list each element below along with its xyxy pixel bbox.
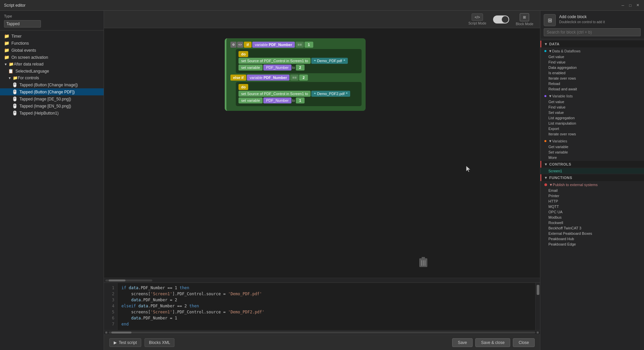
rt-set-value[interactable]: Set value: [540, 110, 644, 115]
demo-pdf1-string[interactable]: ❝ Demo_PDF.pdf ❞: [311, 58, 348, 64]
rt-iterate-rows-1[interactable]: Iterate over rows: [540, 76, 644, 81]
code-hscrollbar[interactable]: [104, 330, 540, 335]
sidebar-group-for-controls[interactable]: ▼ 📁 For controls: [0, 75, 104, 81]
rt-http[interactable]: HTTP: [540, 199, 644, 204]
if-keyword[interactable]: if: [244, 42, 252, 48]
data-dataflows-header[interactable]: ▼ Data & Dataflows: [540, 48, 644, 54]
rt-printer[interactable]: Printer: [540, 193, 644, 199]
rt-find-value-2[interactable]: Find value: [540, 104, 644, 110]
sidebar-item-tapped-btn-change-pdf[interactable]: 🖱️ Tapped (Button [Change PDF]): [0, 88, 104, 95]
close-dialog-button[interactable]: Close: [513, 338, 535, 347]
sidebar-item-functions[interactable]: 📁 Functions: [0, 40, 104, 47]
line-numbers: 1 2 3 4 5 6 7: [104, 283, 117, 330]
publish-external-header[interactable]: ▼ Publish to external systems: [540, 182, 644, 188]
test-script-button[interactable]: ▶ Test script: [109, 338, 141, 347]
data-section-header[interactable]: ▼ DATA: [540, 41, 644, 47]
sidebar-item-tapped-img-de-50[interactable]: 🖱️ Tapped (Image [DE_50.png]): [0, 95, 104, 102]
sidebar-group-after-data-reload[interactable]: ▼ 📁 After data reload: [0, 61, 104, 68]
rt-get-value-2[interactable]: Get value: [540, 99, 644, 104]
sidebar-item-tapped-helpbutton1[interactable]: 🖱️ Tapped (HelpButton1): [0, 110, 104, 117]
save-close-button[interactable]: Save & close: [475, 338, 510, 347]
num2-block[interactable]: 2: [296, 64, 305, 71]
trash-container: [417, 256, 429, 272]
rt-set-variable[interactable]: Set variable: [540, 149, 644, 155]
code-lines-container: 1 2 3 4 5 6 7 if data.PDF_Number == 1 th…: [104, 283, 540, 330]
variable-block2[interactable]: variable PDF_Number: [247, 75, 289, 81]
rt-email[interactable]: Email: [540, 188, 644, 193]
rt-get-variable[interactable]: Get variable: [540, 144, 644, 149]
rt-find-value-1[interactable]: Find value: [540, 59, 644, 65]
do-label-row2: do: [238, 84, 359, 90]
sidebar-item-tapped-btn-change-image[interactable]: 🖱️ Tapped (Button [Change Image]): [0, 81, 104, 88]
variable-block[interactable]: variable PDF_Number: [252, 42, 295, 48]
num1-block[interactable]: 1: [305, 42, 313, 48]
variables-header[interactable]: ▼ Variables: [540, 138, 644, 144]
canvas-hscrollbar[interactable]: [104, 278, 540, 282]
num2-block2[interactable]: 2: [299, 75, 308, 81]
sidebar-item-tapped-img-en-50[interactable]: 🖱️ Tapped (Image [EN_50.png]): [0, 102, 104, 110]
code-scroll-right-btn[interactable]: [537, 332, 539, 334]
minimize-button[interactable]: ─: [621, 3, 625, 8]
restore-button[interactable]: □: [628, 3, 633, 8]
rt-external-pb[interactable]: External Peakboard Boxes: [540, 231, 644, 236]
type-label: Type: [4, 14, 100, 18]
mode-toggle[interactable]: [493, 15, 509, 24]
close-window-button[interactable]: ✕: [635, 3, 640, 8]
rt-beckhoff[interactable]: Beckhoff TwinCAT 3: [540, 225, 644, 231]
rt-modbus[interactable]: Modbus: [540, 215, 644, 220]
rt-reload[interactable]: Reload: [540, 81, 644, 86]
set-source-block[interactable]: set Source of PDF_Control in Screen1 to: [238, 58, 311, 64]
code-vscrollbar[interactable]: [535, 283, 540, 330]
code-hscroll-thumb[interactable]: [111, 332, 131, 334]
rt-pb-hub[interactable]: Peakboard Hub: [540, 236, 644, 242]
save-button[interactable]: Save: [452, 338, 473, 347]
equals-operator[interactable]: ==: [296, 42, 304, 48]
rt-opc-ua[interactable]: OPC UA: [540, 209, 644, 215]
variable-lists-header[interactable]: ▼ Variable lists: [540, 93, 644, 99]
rt-data-aggregation[interactable]: Data aggregation: [540, 65, 644, 70]
main-layout: Type 📁 Timer 📁 Functions 📁 Global events…: [0, 11, 644, 350]
script-mode-button[interactable]: </>: [472, 13, 483, 21]
left-sidebar: Type 📁 Timer 📁 Functions 📁 Global events…: [0, 11, 104, 350]
code-content[interactable]: if data.PDF_Number == 1 then screens['Sc…: [117, 283, 535, 330]
sidebar-item-selected-language[interactable]: 📋 SelectedLanguage: [0, 68, 104, 75]
sidebar-item-global-events[interactable]: 📁 Global events: [0, 47, 104, 54]
set-variable-block2[interactable]: set variable: [238, 97, 263, 103]
rt-screen1[interactable]: Screen1: [540, 168, 644, 174]
do-label-row: do: [238, 51, 359, 57]
rt-list-manipulation[interactable]: List manipulation: [540, 121, 644, 126]
controls-section-header[interactable]: ▼ CONTROLS: [540, 161, 644, 168]
rt-reload-await[interactable]: Reload and await: [540, 86, 644, 92]
equals-operator2[interactable]: ==: [290, 75, 299, 81]
rt-rockwell[interactable]: Rockwell: [540, 220, 644, 225]
blocks-xml-label: Blocks XML: [149, 340, 170, 345]
rt-get-value-1[interactable]: Get value: [540, 54, 644, 59]
code-scroll-left-btn[interactable]: [105, 332, 107, 334]
sidebar-label-tapped-img-en-50: Tapped (Image [EN_50.png]): [19, 104, 71, 108]
hscroll-thumb[interactable]: [109, 279, 125, 281]
rt-mqtt[interactable]: MQTT: [540, 204, 644, 209]
trash-icon[interactable]: [417, 256, 429, 272]
num1-block2[interactable]: 1: [296, 97, 305, 103]
sidebar-item-on-screen-activation[interactable]: 📁 On screen activation: [0, 54, 104, 61]
demo-pdf2-string[interactable]: ❝ Demo_PDF2.pdf ❞: [311, 91, 350, 97]
functions-section-header[interactable]: ▼ FUNCTIONS: [540, 174, 644, 181]
type-input[interactable]: [4, 20, 41, 28]
screen1-group: Screen1: [540, 168, 644, 174]
rt-export[interactable]: Export: [540, 126, 644, 131]
block-mode-button[interactable]: ⊞: [520, 13, 529, 21]
search-block-input[interactable]: [544, 28, 641, 36]
rt-list-aggregation[interactable]: List aggregation: [540, 115, 644, 121]
set-source-block2[interactable]: set Source of PDF_Control in Screen1 to: [238, 91, 311, 97]
sidebar-item-timer[interactable]: 📁 Timer: [0, 33, 104, 40]
rt-more[interactable]: More: [540, 155, 644, 160]
rt-is-enabled[interactable]: Is enabled: [540, 70, 644, 76]
pdf-number-var[interactable]: PDF_Number: [263, 64, 291, 71]
blocks-xml-button[interactable]: Blocks XML: [145, 338, 174, 347]
rt-iterate-rows-2[interactable]: Iterate over rows: [540, 131, 644, 137]
pdf-number-var2[interactable]: PDF_Number: [263, 97, 291, 103]
elseif-keyword[interactable]: else if: [230, 75, 246, 81]
set-variable-block[interactable]: set variable: [238, 64, 263, 71]
window-controls: ─ □ ✕: [621, 3, 640, 8]
rt-pb-edge[interactable]: Peakboard Edge: [540, 242, 644, 247]
